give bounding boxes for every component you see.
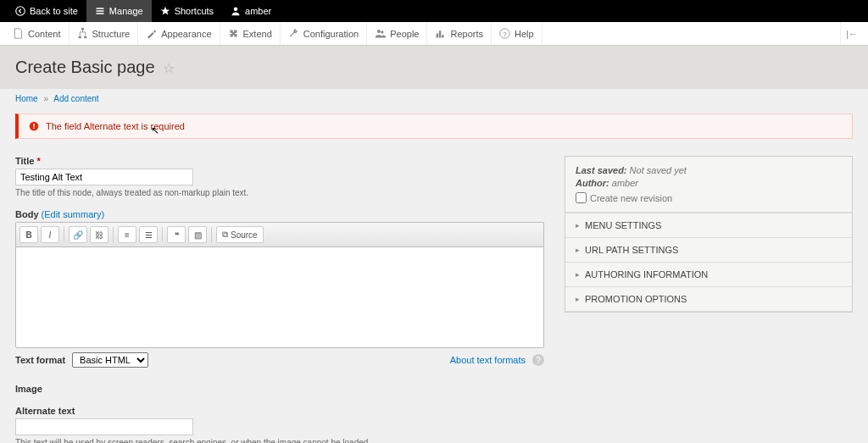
meta-box: Last saved: Not saved yet Author: amber … [565, 156, 853, 313]
body-field: Body (Edit summary) B I 🔗 ⛓ ≡ ☰ ❝ ▨ ⧉Sou… [15, 209, 544, 372]
user-icon [231, 6, 241, 16]
wrench-icon [288, 28, 299, 39]
user-label: amber [245, 6, 271, 16]
star-icon [160, 6, 170, 16]
italic-button[interactable]: I [41, 226, 59, 243]
svg-rect-2 [81, 28, 83, 30]
svg-point-5 [377, 30, 381, 33]
promotion-options-panel[interactable]: ▸PROMOTION OPTIONS [565, 287, 852, 312]
svg-point-6 [381, 30, 384, 33]
topbar: Back to site Manage Shortcuts amber [0, 0, 868, 22]
sidebar: Last saved: Not saved yet Author: amber … [565, 156, 853, 313]
image-label: Image [15, 384, 544, 394]
alt-label: Alternate text [15, 406, 544, 416]
menu-appearance[interactable]: Appearance [138, 22, 220, 45]
main-column: Title * The title of this node, always t… [15, 156, 544, 443]
body-textarea[interactable] [15, 246, 544, 348]
revision-checkbox[interactable] [576, 192, 587, 203]
crumb-home[interactable]: Home [15, 94, 38, 103]
triangle-icon: ▸ [576, 295, 580, 303]
menu-content[interactable]: Content [5, 22, 70, 45]
error-text: The field Alternate text is required [46, 121, 185, 131]
menu-reports[interactable]: Reports [427, 22, 492, 45]
edit-summary-link[interactable]: (Edit summary) [42, 209, 105, 219]
alt-text-field: Alternate text This text will be used by… [15, 406, 544, 443]
cursor-icon: ↖ [151, 125, 159, 136]
favorite-star-icon[interactable]: ☆ [163, 61, 175, 75]
shortcuts-label: Shortcuts [175, 6, 214, 16]
image-section: Image [15, 384, 544, 394]
crumb-add-content[interactable]: Add content [53, 94, 98, 103]
triangle-icon: ▸ [576, 246, 580, 254]
triangle-icon: ▸ [576, 270, 580, 279]
svg-rect-4 [84, 36, 86, 38]
breadcrumb: Home » Add content [0, 89, 868, 108]
manage-label: Manage [109, 6, 143, 16]
error-icon [29, 121, 39, 131]
bold-button[interactable]: B [19, 226, 38, 243]
text-format-label: Text format [15, 355, 65, 365]
source-button[interactable]: ⧉Source [216, 226, 264, 243]
title-label: Title * [15, 156, 544, 166]
menu-settings-panel[interactable]: ▸MENU SETTINGS [565, 213, 852, 238]
back-icon [15, 6, 25, 16]
svg-rect-11 [33, 128, 35, 130]
about-formats-link[interactable]: About text formats [450, 355, 526, 365]
title-hint: The title of this node, always treated a… [15, 188, 544, 197]
menu-help[interactable]: ?Help [492, 22, 542, 45]
puzzle-icon [228, 28, 239, 39]
hamburger-icon [95, 6, 105, 16]
back-to-site[interactable]: Back to site [7, 0, 86, 22]
link-button[interactable]: 🔗 [69, 226, 87, 243]
url-path-settings-panel[interactable]: ▸URL PATH SETTINGS [565, 238, 852, 263]
people-icon [375, 28, 386, 39]
brush-icon [146, 28, 157, 39]
user-menu[interactable]: amber [222, 0, 280, 22]
body-label: Body (Edit summary) [15, 209, 544, 219]
unlink-button[interactable]: ⛓ [90, 226, 108, 243]
help-icon: ? [499, 28, 510, 39]
editor-toolbar: B I 🔗 ⛓ ≡ ☰ ❝ ▨ ⧉Source [15, 222, 544, 246]
title-bar: Create Basic page ☆ [0, 46, 868, 89]
image-button[interactable]: ▨ [188, 226, 207, 243]
chart-icon [435, 28, 446, 39]
back-label: Back to site [30, 6, 78, 16]
title-field: Title * The title of this node, always t… [15, 156, 544, 197]
alt-hint: This text will be used by screen readers… [15, 438, 544, 443]
svg-text:?: ? [503, 30, 507, 38]
text-format-select[interactable]: Basic HTML [72, 352, 148, 368]
shortcuts-toggle[interactable]: Shortcuts [152, 0, 222, 22]
alt-text-input[interactable] [15, 418, 193, 435]
triangle-icon: ▸ [576, 221, 580, 230]
page-title: Create Basic page [15, 58, 155, 77]
accordion: ▸MENU SETTINGS ▸URL PATH SETTINGS ▸AUTHO… [565, 213, 852, 312]
svg-point-1 [234, 8, 238, 12]
file-icon [13, 28, 24, 39]
number-list-button[interactable]: ☰ [139, 226, 158, 243]
manage-toggle[interactable]: Manage [86, 0, 152, 22]
collapse-toolbar[interactable]: |← [840, 22, 863, 45]
svg-rect-10 [33, 124, 35, 127]
bullet-list-button[interactable]: ≡ [118, 226, 136, 243]
revision-checkbox-row[interactable]: Create new revision [576, 192, 842, 203]
menu-extend[interactable]: Extend [220, 22, 281, 45]
meta-header: Last saved: Not saved yet Author: amber … [565, 157, 852, 213]
authoring-info-panel[interactable]: ▸AUTHORING INFORMATION [565, 263, 852, 287]
admin-menu: Content Structure Appearance Extend Conf… [0, 22, 868, 46]
error-message: The field Alternate text is required ↖ [15, 114, 853, 139]
title-input[interactable] [15, 169, 193, 186]
blockquote-button[interactable]: ❝ [167, 226, 186, 243]
help-icon[interactable]: ? [532, 354, 544, 366]
tree-icon [77, 28, 88, 39]
menu-structure[interactable]: Structure [70, 22, 139, 45]
svg-rect-3 [78, 36, 81, 38]
menu-configuration[interactable]: Configuration [281, 22, 367, 45]
svg-point-0 [16, 7, 25, 16]
menu-people[interactable]: People [367, 22, 427, 45]
